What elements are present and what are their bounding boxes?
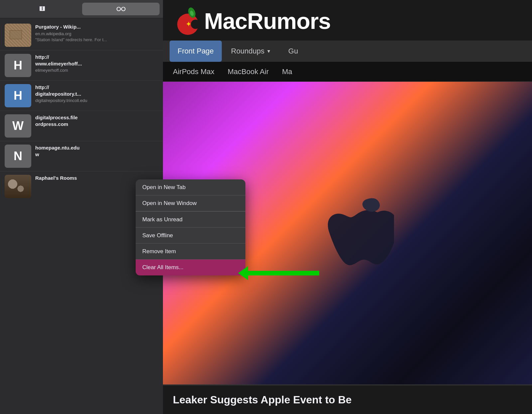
svg-point-3 bbox=[121, 7, 125, 11]
context-menu-open-new-tab[interactable]: Open in New Tab bbox=[136, 179, 245, 195]
context-menu-mark-unread[interactable]: Mark as Unread bbox=[136, 211, 245, 228]
list-item[interactable]: Purgatory - Wikip... en.m.wikipedia.org … bbox=[0, 20, 163, 51]
svg-point-2 bbox=[117, 7, 120, 11]
item-thumbnail bbox=[5, 24, 31, 47]
nav-secondary-airpods[interactable]: AirPods Max bbox=[170, 66, 218, 77]
hero-apple-logo bbox=[328, 192, 394, 272]
site-name: MacRumors bbox=[204, 8, 331, 34]
nav-item-front-page[interactable]: Front Page bbox=[170, 41, 222, 62]
list-item[interactable]: W digitalprocess.fileordpress.com bbox=[0, 111, 163, 141]
item-thumbnail: H bbox=[5, 54, 31, 77]
context-menu-remove-item[interactable]: Remove Item bbox=[136, 244, 245, 259]
arrow-body bbox=[246, 271, 319, 275]
item-domain: digitalrepository.trincoll.edu bbox=[35, 98, 158, 103]
bookmarks-tab[interactable] bbox=[3, 3, 81, 15]
list-item[interactable]: N homepage.ntu.eduw bbox=[0, 141, 163, 171]
green-arrow-indicator bbox=[246, 271, 319, 275]
item-domain: en.m.wikipedia.org bbox=[35, 31, 158, 36]
book-icon bbox=[38, 5, 46, 13]
item-title: Purgatory - Wikip... bbox=[35, 24, 158, 30]
context-menu-open-new-window[interactable]: Open in New Window bbox=[136, 195, 245, 211]
item-info: Purgatory - Wikip... en.m.wikipedia.org … bbox=[35, 24, 158, 43]
nav-item-roundups[interactable]: Roundups ▼ bbox=[223, 41, 279, 62]
svg-text:✦: ✦ bbox=[186, 20, 192, 28]
reading-list-sidebar: Purgatory - Wikip... en.m.wikipedia.org … bbox=[0, 0, 163, 414]
svg-point-7 bbox=[191, 20, 200, 29]
context-menu-clear-all[interactable]: Clear All Items... bbox=[136, 259, 245, 275]
item-title: homepage.ntu.eduw bbox=[35, 145, 158, 157]
apple-logo-icon: ✦ bbox=[173, 6, 203, 36]
list-item[interactable]: H http://digitalrepository.t... digitalr… bbox=[0, 81, 163, 111]
nav-item-guides[interactable]: Gu bbox=[280, 41, 306, 62]
item-title: http://digitalrepository.t... bbox=[35, 84, 158, 97]
nav-secondary-macbook[interactable]: MacBook Air bbox=[224, 66, 272, 77]
item-description: "Station Island" redirects here. For t..… bbox=[35, 37, 158, 43]
item-thumbnail bbox=[5, 175, 31, 198]
list-item[interactable]: H http://www.elimeyerhoff... elimeyerhof… bbox=[0, 51, 163, 81]
roundups-dropdown-arrow: ▼ bbox=[266, 49, 271, 54]
item-info: digitalprocess.fileordpress.com bbox=[35, 114, 158, 127]
item-title: digitalprocess.fileordpress.com bbox=[35, 114, 158, 127]
svg-rect-1 bbox=[42, 10, 45, 11]
item-title: http://www.elimeyerhoff... bbox=[35, 54, 158, 67]
item-thumbnail: H bbox=[5, 84, 31, 107]
sidebar-tab-bar bbox=[0, 0, 163, 18]
context-menu-save-offline[interactable]: Save Offline bbox=[136, 228, 245, 244]
item-thumbnail: W bbox=[5, 114, 31, 138]
hero-bottom: Leaker Suggests Apple Event to Be bbox=[163, 384, 532, 414]
item-thumbnail: N bbox=[5, 145, 31, 168]
item-info: http://digitalrepository.t... digitalrep… bbox=[35, 84, 158, 103]
reading-list-tab[interactable] bbox=[82, 3, 160, 15]
hero-article-title: Leaker Suggests Apple Event to Be bbox=[173, 393, 522, 406]
hero-apple-mark bbox=[328, 192, 394, 273]
secondary-nav: AirPods Max MacBook Air Ma bbox=[163, 62, 532, 82]
glasses-icon bbox=[116, 6, 126, 12]
item-info: homepage.ntu.eduw bbox=[35, 145, 158, 157]
logo-container: ✦ MacRumors bbox=[173, 6, 331, 36]
context-menu: Open in New Tab Open in New Window Mark … bbox=[136, 179, 245, 275]
item-info: http://www.elimeyerhoff... elimeyerhoff.… bbox=[35, 54, 158, 73]
primary-nav: Front Page Roundups ▼ Gu bbox=[163, 41, 532, 62]
nav-secondary-mac[interactable]: Ma bbox=[279, 66, 296, 77]
site-header: ✦ MacRumors bbox=[163, 0, 532, 41]
item-domain: elimeyerhoff.com bbox=[35, 68, 158, 73]
